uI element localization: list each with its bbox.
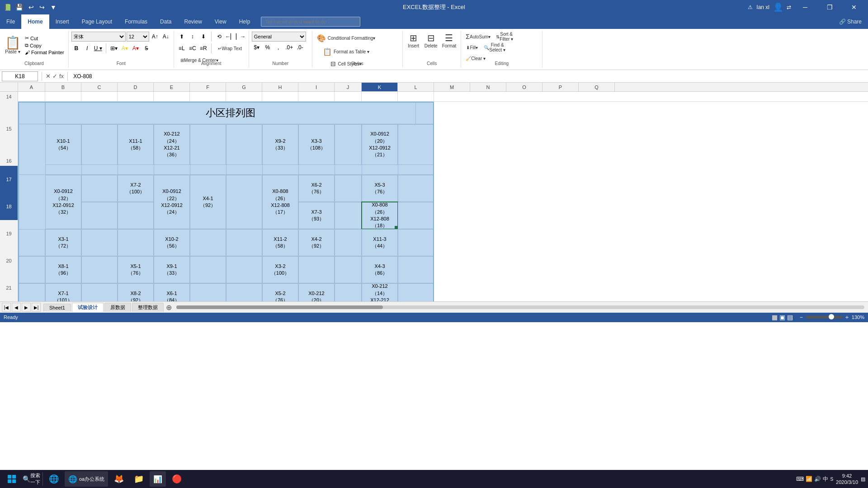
start-button[interactable]	[3, 470, 21, 488]
table-title-cell[interactable]: 小区排列图	[45, 102, 416, 124]
format-painter-button[interactable]: 🖌 Format Painter	[24, 49, 66, 56]
increase-decimal-button[interactable]: .0+	[284, 42, 294, 52]
indent-increase-button[interactable]: ▏→	[236, 32, 246, 42]
cell-H19[interactable]: X11-2 （58）	[262, 229, 298, 256]
cell-F20[interactable]	[190, 256, 226, 283]
cell-E19[interactable]: X10-2 （56）	[154, 229, 190, 256]
row-num-21[interactable]: 21	[0, 274, 18, 301]
align-left-button[interactable]: ≡L	[177, 43, 187, 53]
comma-button[interactable]: ,	[274, 42, 283, 52]
cell-C17[interactable]	[81, 175, 118, 202]
align-bottom-button[interactable]: ⬇	[198, 32, 208, 42]
cell-I19[interactable]: X4-2 （92）	[298, 229, 335, 256]
cell-G19[interactable]	[226, 229, 262, 256]
percent-button[interactable]: %	[263, 42, 273, 52]
row-num-18[interactable]: 18	[0, 193, 18, 220]
cell-J18[interactable]	[335, 202, 362, 229]
col-header-L[interactable]: L	[398, 83, 434, 91]
col-header-A[interactable]: A	[18, 83, 45, 91]
undo-button[interactable]: ↩	[27, 3, 36, 12]
paste-button[interactable]: 📋 Paste ▾	[3, 32, 23, 59]
font-color-button[interactable]: A▾	[131, 43, 141, 53]
cell-G20[interactable]	[226, 256, 262, 283]
cell-B20[interactable]: X8-1 （96）	[45, 256, 81, 283]
cell-E14[interactable]	[154, 92, 190, 101]
zoom-slider-thumb[interactable]	[829, 314, 834, 319]
cell-L15[interactable]	[398, 124, 434, 165]
cell-C19[interactable]	[81, 229, 118, 256]
sheet-tab-organized-data[interactable]: 整理数据	[132, 303, 164, 312]
cell-D21[interactable]: X8-2 （92）	[118, 283, 154, 301]
cell-D14[interactable]	[118, 92, 154, 101]
font-size-select[interactable]: 12	[127, 32, 149, 42]
cell-A20[interactable]	[18, 256, 45, 283]
row-num-15[interactable]: 15	[0, 102, 18, 156]
sheet-nav-first[interactable]: |◀	[2, 303, 11, 312]
col-header-B[interactable]: B	[45, 83, 81, 91]
sheet-tab-raw-data[interactable]: 原数据	[104, 303, 131, 312]
strikethrough-button[interactable]: S̶	[142, 43, 151, 53]
cell-K19[interactable]: X11-3 （44）	[362, 229, 398, 256]
zoom-in-button[interactable]: ＋	[844, 313, 850, 321]
format-button[interactable]: ☰ Format	[440, 32, 458, 49]
cell-G14[interactable]	[226, 92, 262, 101]
cell-E17-18[interactable]: X0-0912 （22） X12-0912 （24）	[154, 175, 190, 229]
col-header-P[interactable]: P	[542, 83, 579, 91]
col-header-M[interactable]: M	[434, 83, 470, 91]
name-box[interactable]	[2, 71, 38, 81]
taskbar-app-wps[interactable]: 🔴	[168, 470, 186, 488]
decrease-font-button[interactable]: A↓	[161, 32, 171, 42]
cell-F17-18[interactable]: X4-1 （92）	[190, 175, 226, 229]
cell-G21[interactable]	[226, 283, 262, 301]
delete-button[interactable]: ⊟ Delete	[423, 32, 439, 49]
cell-G17-18[interactable]	[226, 175, 262, 229]
restore-button[interactable]: ❐	[819, 0, 840, 14]
italic-button[interactable]: I	[82, 43, 92, 53]
border-button[interactable]: ⊞▾	[109, 43, 119, 53]
cut-button[interactable]: ✂ Cut	[24, 35, 66, 42]
tab-home[interactable]: Home	[21, 14, 49, 29]
cell-C21[interactable]	[81, 283, 118, 301]
cell-E20[interactable]: X9-1 （33）	[154, 256, 190, 283]
share-button[interactable]: 🔗 Share	[833, 14, 868, 29]
cell-J15[interactable]	[335, 124, 362, 165]
insert-function-button[interactable]: fx	[59, 73, 64, 80]
cell-A19[interactable]	[18, 229, 45, 256]
copy-button[interactable]: ⧉ Copy	[24, 42, 66, 49]
row-num-19[interactable]: 19	[0, 220, 18, 247]
col-header-C[interactable]: C	[81, 83, 118, 91]
cell-B21[interactable]: X7-1 （101）	[45, 283, 81, 301]
clock[interactable]: 9:42 2020/3/10	[836, 473, 858, 486]
search-button[interactable]: 🔍 搜索一下	[23, 470, 41, 488]
col-header-J[interactable]: J	[335, 83, 362, 91]
number-format-select[interactable]: General	[252, 32, 306, 42]
tab-file[interactable]: File	[0, 14, 21, 29]
cell-F21[interactable]	[190, 283, 226, 301]
page-layout-view-button[interactable]: ▣	[779, 314, 785, 321]
col-header-N[interactable]: N	[470, 83, 506, 91]
corner-cell[interactable]	[0, 83, 18, 91]
cell-K17[interactable]: X5-3 （76）	[362, 175, 398, 202]
close-button[interactable]: ✕	[844, 0, 864, 14]
fill-handle[interactable]	[395, 226, 397, 229]
cell-L17[interactable]	[398, 175, 434, 202]
page-break-view-button[interactable]: ▤	[787, 314, 793, 321]
minimize-button[interactable]: ─	[795, 0, 816, 14]
cell-L14[interactable]	[398, 92, 434, 101]
cell-K21[interactable]: X0-212 （14） X12-212 ...	[362, 283, 398, 301]
cell-K15[interactable]: X0-0912 （20） X12-0912 （21）	[362, 124, 398, 165]
cell-F15[interactable]	[190, 124, 226, 165]
tab-page-layout[interactable]: Page Layout	[75, 14, 118, 29]
cell-J20[interactable]	[335, 256, 362, 283]
find-select-button[interactable]: 🔍 Find &Select ▾	[482, 42, 507, 52]
wrap-text-button[interactable]: ↵ Wrap Text	[214, 43, 246, 53]
cell-A21[interactable]	[18, 283, 45, 301]
sort-filter-button[interactable]: ⇅ Sort &Filter ▾	[494, 32, 515, 42]
cell-H14[interactable]	[262, 92, 298, 101]
cell-I15[interactable]: X3-3 （108）	[298, 124, 335, 165]
sheet-tab-experimental-design[interactable]: 试验设计	[72, 303, 104, 312]
cell-I21[interactable]: X0-212 （20）	[298, 283, 335, 301]
cell-H17-18[interactable]: X0-808 （26） X12-808 （17）	[262, 175, 298, 229]
cell-J19[interactable]	[335, 229, 362, 256]
sheet-tab-sheet1[interactable]: Sheet1	[43, 304, 71, 311]
